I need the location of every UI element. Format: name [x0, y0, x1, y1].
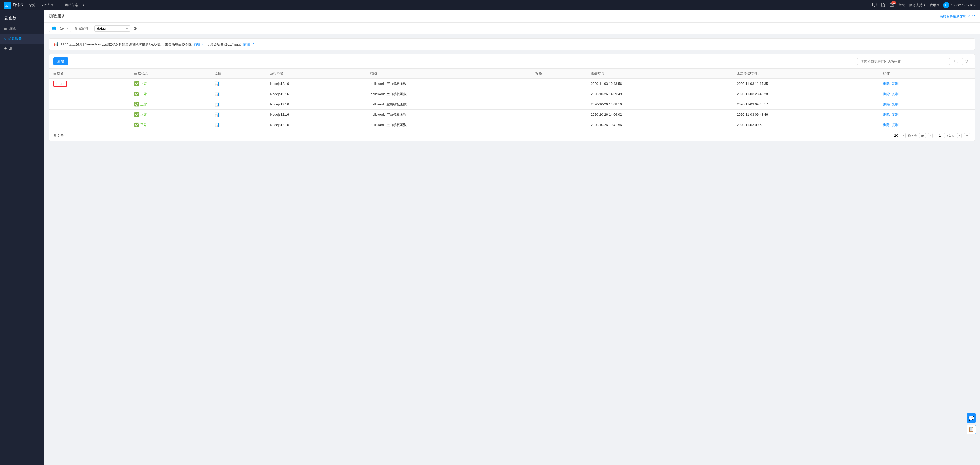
status-check-icon: ✅ — [134, 81, 139, 86]
copy-action[interactable]: 复制 — [892, 92, 899, 96]
table-row: ✅ 正常📊Nodejs12.16helloworld 空白模板函数2020-10… — [49, 99, 975, 110]
refresh-button[interactable] — [962, 58, 970, 65]
nav-website[interactable]: 网站备案 — [65, 3, 78, 8]
speaker-icon: 📢 — [53, 42, 59, 47]
cell-status: ✅ 正常 — [130, 110, 210, 120]
monitor-chart-icon[interactable]: 📊 — [215, 102, 220, 107]
table-row: ✅ 正常📊Nodejs12.16helloworld 空白模板函数2020-10… — [49, 89, 975, 99]
delete-action[interactable]: 删除 — [883, 102, 890, 106]
cell-updated: 2020-11-03 11:17:35 — [733, 79, 879, 89]
nav-user[interactable]: U 100001143216 ▾ — [943, 2, 976, 8]
cell-updated: 2020-11-03 23:49:28 — [733, 89, 879, 99]
cell-created: 2020-11-03 10:43:56 — [587, 79, 733, 89]
banner-link1[interactable]: 前往 ↗ — [194, 42, 205, 47]
content-area: 📢 11.11云上盛典 | Serverless 云函数冰点折扣资源包限时抢购1… — [44, 34, 980, 145]
monitor-chart-icon[interactable]: 📊 — [215, 81, 220, 86]
cell-tags — [531, 89, 587, 99]
namespace-wrapper: default — [94, 25, 130, 32]
help-doc-link[interactable]: 函数服务帮助文档 ↗ — [940, 14, 971, 19]
nav-support[interactable]: 服务支持 ▾ — [909, 3, 925, 8]
delete-action[interactable]: 删除 — [883, 113, 890, 116]
nav-monitor-icon[interactable] — [872, 3, 877, 8]
top-nav-right: 10 帮助 服务支持 ▾ 费用 ▾ U 100001143216 ▾ — [872, 2, 976, 8]
mail-badge: 10 — [891, 1, 896, 5]
nav-help[interactable]: 帮助 — [898, 3, 905, 8]
monitor-chart-icon[interactable]: 📊 — [215, 112, 220, 117]
page-next-btn[interactable]: › — [957, 133, 962, 138]
status-check-icon: ✅ — [134, 123, 139, 127]
col-monitor: 监控 — [210, 68, 266, 79]
svg-point-6 — [955, 59, 957, 62]
cell-actions: 删除复制 — [879, 120, 975, 130]
new-function-button[interactable]: 新建 — [53, 57, 68, 65]
sidebar-menu: ⊞ 概览 ○ 函数服务 ◈ 层 — [0, 24, 44, 53]
copy-action[interactable]: 复制 — [892, 82, 899, 86]
search-input[interactable] — [857, 58, 950, 65]
nav-mail[interactable]: 10 — [889, 3, 894, 8]
function-name-selected[interactable]: share — [53, 81, 67, 87]
sidebar-title: 云函数 — [0, 10, 44, 24]
sidebar-item-overview[interactable]: ⊞ 概览 — [0, 24, 44, 34]
page-first-btn[interactable]: ⏮ — [919, 133, 926, 138]
cell-actions: 删除复制 — [879, 99, 975, 110]
banner-link2[interactable]: 前往 ↗ — [243, 42, 254, 47]
page-size-select[interactable]: 20 50 100 — [892, 133, 905, 138]
status-normal: ✅ 正常 — [134, 81, 206, 86]
cell-actions: 删除复制 — [879, 89, 975, 99]
page-last-btn[interactable]: ⏭ — [964, 133, 970, 138]
sidebar-collapse-btn[interactable]: ☰ — [4, 457, 7, 461]
col-runtime: 运行环境 — [266, 68, 366, 79]
status-normal: ✅ 正常 — [134, 91, 206, 96]
copy-action[interactable]: 复制 — [892, 102, 899, 106]
pagination-right: 20 50 100 条 / 页 ⏮ ‹ / 1 页 › ⏭ — [892, 133, 970, 138]
delete-action[interactable]: 删除 — [883, 92, 890, 96]
table-row: share✅ 正常📊Nodejs12.16helloworld 空白模板函数20… — [49, 79, 975, 89]
cell-desc: helloworld 空白模板函数 — [366, 99, 531, 110]
nav-doc-icon[interactable] — [881, 3, 885, 8]
copy-action[interactable]: 复制 — [892, 113, 899, 116]
sidebar-item-functions[interactable]: ○ 函数服务 — [0, 34, 44, 43]
page-header-left: 函数服务 — [49, 14, 65, 19]
search-box — [857, 58, 970, 65]
float-doc-btn[interactable]: 📋 — [967, 425, 976, 434]
page-current-input[interactable] — [935, 133, 945, 138]
sidebar-label-functions: 函数服务 — [8, 37, 22, 41]
cell-name: share — [49, 79, 130, 89]
nav-add[interactable]: + — [83, 3, 85, 7]
cell-desc: helloworld 空白模板函数 — [366, 89, 531, 99]
delete-action[interactable]: 删除 — [883, 123, 890, 127]
cell-desc: helloworld 空白模板函数 — [366, 79, 531, 89]
main-content: 函数服务 函数服务帮助文档 ↗ 🌐 北京 ▼ 命名空间： default — [44, 10, 980, 465]
table-row: ✅ 正常📊Nodejs12.16helloworld 空白模板函数2020-10… — [49, 120, 975, 130]
namespace-select[interactable]: default — [94, 25, 130, 32]
status-normal: ✅ 正常 — [134, 112, 206, 117]
settings-icon[interactable]: ⚙ — [134, 26, 137, 31]
delete-action[interactable]: 删除 — [883, 82, 890, 86]
main-layout: 云函数 ⊞ 概览 ○ 函数服务 ◈ 层 ☰ 函数服务 函 — [0, 10, 980, 465]
svg-line-5 — [973, 15, 975, 17]
logo[interactable]: 云 腾讯云 — [4, 2, 24, 9]
nav-products[interactable]: 云产品 ▾ — [40, 3, 53, 8]
sidebar-item-layers[interactable]: ◈ 层 — [0, 43, 44, 53]
svg-line-7 — [957, 62, 958, 62]
nav-fee[interactable]: 费用 ▾ — [929, 3, 939, 8]
float-chat-btn[interactable]: 💬 — [967, 414, 976, 423]
cell-updated: 2020-11-03 09:50:17 — [733, 120, 879, 130]
copy-action[interactable]: 复制 — [892, 123, 899, 127]
page-prev-btn[interactable]: ‹ — [928, 133, 932, 138]
monitor-chart-icon[interactable]: 📊 — [215, 92, 220, 96]
namespace-label: 命名空间： — [75, 26, 91, 31]
cell-tags — [531, 110, 587, 120]
cell-status: ✅ 正常 — [130, 99, 210, 110]
nav-overview[interactable]: 总览 — [29, 3, 35, 8]
monitor-chart-icon[interactable]: 📊 — [215, 123, 220, 127]
cell-monitor: 📊 — [210, 79, 266, 89]
refresh-icon — [964, 59, 968, 63]
region-selector[interactable]: 🌐 北京 ▼ — [49, 25, 72, 32]
page-title: 函数服务 — [49, 14, 65, 19]
cell-actions: 删除复制 — [879, 79, 975, 89]
cell-monitor: 📊 — [210, 120, 266, 130]
cell-runtime: Nodejs12.16 — [266, 110, 366, 120]
search-button[interactable] — [952, 58, 960, 65]
svg-rect-2 — [873, 3, 877, 6]
